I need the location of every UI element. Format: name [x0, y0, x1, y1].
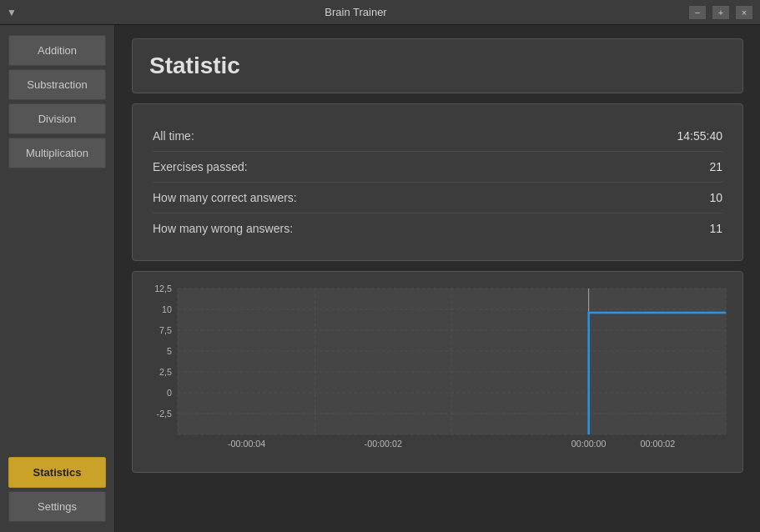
sidebar-item-multiplication[interactable]: Multiplication	[8, 138, 106, 168]
stat-label-alltime: All time:	[153, 129, 194, 143]
sidebar-item-division[interactable]: Division	[8, 103, 106, 134]
page-title: Statistic	[149, 53, 726, 79]
stats-box: All time: 14:55:40 Exercises passed: 21 …	[132, 103, 743, 261]
chart-box: 12,5 10 7,5 5 2,5 0 -2,5 -00:00:04 -00:0…	[132, 271, 743, 473]
stat-value-wrong: 11	[709, 222, 722, 235]
svg-rect-1	[178, 289, 726, 434]
stat-value-exercises: 21	[709, 160, 722, 173]
svg-text:-00:00:04: -00:00:04	[228, 439, 265, 449]
stat-row-alltime: All time: 14:55:40	[153, 121, 722, 152]
stat-row-wrong: How many wrong answers: 11	[153, 213, 722, 243]
sidebar-spacer	[8, 172, 106, 454]
sidebar-item-addition[interactable]: Addition	[8, 35, 106, 66]
stat-row-exercises: Exercises passed: 21	[153, 152, 722, 183]
svg-text:10: 10	[162, 304, 172, 314]
svg-text:7,5: 7,5	[159, 325, 172, 335]
svg-text:2,5: 2,5	[159, 367, 172, 377]
stat-label-correct: How many correct answers:	[153, 191, 297, 204]
chart-container: 12,5 10 7,5 5 2,5 0 -2,5 -00:00:04 -00:0…	[141, 280, 734, 464]
stat-value-correct: 10	[709, 191, 722, 204]
stat-label-exercises: Exercises passed:	[153, 160, 248, 173]
svg-text:12,5: 12,5	[154, 284, 172, 294]
window-controls: − + ×	[688, 5, 753, 20]
title-bar-left: ▼	[7, 7, 23, 18]
stat-row-correct: How many correct answers: 10	[153, 183, 722, 213]
svg-text:00:00:02: 00:00:02	[641, 439, 676, 449]
svg-text:00:00:00: 00:00:00	[571, 439, 606, 449]
sidebar-item-settings[interactable]: Settings	[8, 491, 106, 522]
maximize-button[interactable]: +	[712, 5, 730, 20]
page-title-box: Statistic	[132, 38, 743, 93]
title-bar: ▼ Brain Trainer − + ×	[0, 0, 760, 25]
stat-value-alltime: 14:55:40	[677, 129, 723, 143]
sidebar-item-statistics[interactable]: Statistics	[8, 457, 106, 488]
close-button[interactable]: ×	[735, 5, 753, 20]
svg-text:-2,5: -2,5	[157, 409, 172, 419]
stat-label-wrong: How many wrong answers:	[153, 222, 293, 235]
chart-svg: 12,5 10 7,5 5 2,5 0 -2,5 -00:00:04 -00:0…	[141, 280, 734, 464]
sidebar: Addition Substraction Division Multiplic…	[0, 25, 115, 532]
minimize-button[interactable]: −	[688, 5, 707, 20]
title-arrow-icon: ▼	[7, 7, 17, 18]
app-title: Brain Trainer	[23, 6, 688, 18]
sidebar-item-subtraction[interactable]: Substraction	[8, 69, 106, 100]
svg-text:-00:00:02: -00:00:02	[365, 439, 402, 449]
svg-text:0: 0	[167, 388, 172, 398]
svg-text:5: 5	[167, 346, 172, 356]
main-content: Statistic All time: 14:55:40 Exercises p…	[115, 25, 760, 532]
app-body: Addition Substraction Division Multiplic…	[0, 25, 760, 532]
